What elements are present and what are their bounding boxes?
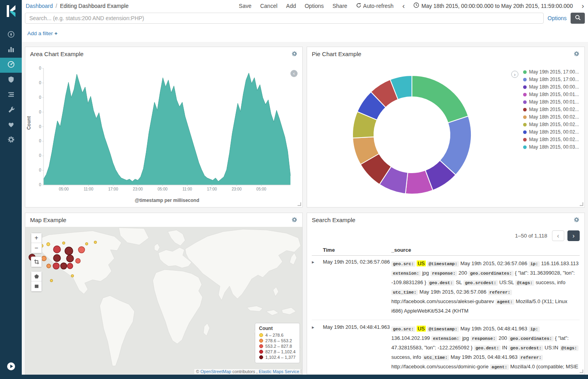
map-legend-title: Count — [259, 326, 296, 331]
openstreetmap-link[interactable]: OpenStreetMap — [201, 369, 231, 374]
kibana-logo[interactable] — [0, 0, 22, 22]
expand-caret-icon[interactable]: ▶ — [312, 324, 323, 374]
map-marker[interactable] — [94, 241, 97, 243]
map-marker[interactable] — [42, 256, 46, 261]
time-forward-button[interactable]: › — [582, 2, 584, 9]
save-button[interactable]: Save — [239, 3, 252, 9]
options-button[interactable]: Options — [305, 3, 324, 9]
play-circle-icon — [7, 362, 15, 372]
breadcrumb-dashboard-link[interactable]: Dashboard — [26, 3, 53, 9]
resize-handle[interactable] — [298, 202, 301, 206]
row-source: geo.src: US @timestamp: May 19th 2015, 0… — [391, 259, 580, 316]
field-name: geo.srcdest: — [508, 345, 543, 351]
resize-handle[interactable] — [580, 370, 583, 373]
sidebar-item-dev-tools[interactable] — [0, 103, 22, 118]
table-header: Time _source — [312, 247, 580, 256]
search-input[interactable] — [25, 13, 544, 24]
map-marker[interactable] — [71, 275, 74, 277]
legend-swatch — [523, 78, 527, 81]
pie-slice[interactable] — [412, 75, 468, 123]
gear-icon[interactable] — [573, 51, 580, 57]
map-marker[interactable] — [67, 263, 73, 269]
map-marker[interactable] — [53, 246, 61, 253]
sidebar-item-graph[interactable] — [0, 73, 22, 88]
field-name: ip: — [529, 261, 540, 267]
legend-item[interactable]: May 18th 2015, 00:02... — [523, 129, 584, 135]
map-marker[interactable] — [53, 263, 59, 269]
cancel-button[interactable]: Cancel — [260, 3, 277, 9]
map-marker[interactable] — [47, 264, 51, 268]
map-marker[interactable] — [78, 247, 85, 253]
map-marker[interactable] — [85, 243, 88, 245]
sidebar-item-monitoring[interactable] — [0, 118, 22, 133]
add-filter-link[interactable]: Add a filter+ — [27, 30, 57, 36]
field-value: May 19th 2015, 02:36:57.086 — [419, 289, 486, 295]
pie-chart-svg — [307, 61, 521, 207]
time-range-picker[interactable]: May 18th 2015, 00:00:00.000 to May 20th … — [413, 2, 573, 9]
sidebar-item-discover[interactable] — [0, 28, 22, 43]
panel-header: Map Example — [25, 213, 302, 226]
map-marker[interactable] — [66, 255, 74, 262]
add-button[interactable]: Add — [286, 3, 296, 9]
polygon-tool-icon[interactable] — [31, 272, 42, 281]
legend-item[interactable]: May 18th 2015, 00:02... — [523, 122, 584, 127]
map-marker[interactable] — [65, 247, 73, 255]
dashboard-icon — [7, 60, 15, 70]
plus-icon: + — [55, 30, 58, 36]
legend-item[interactable]: May 19th 2015, 17:00... — [523, 69, 584, 75]
legend-item[interactable]: May 18th 2015, 00:02... — [523, 107, 584, 112]
sidebar-item-management[interactable] — [0, 133, 22, 148]
gear-icon[interactable] — [291, 51, 298, 57]
zoom-in-button[interactable]: + — [31, 233, 42, 243]
crop-icon[interactable] — [31, 257, 42, 267]
legend-label: 1,102.4 – 1,377 — [266, 355, 296, 360]
field-name: geo.srcdest: — [463, 280, 498, 286]
elastic-maps-service-link[interactable]: Elastic Maps Service — [259, 369, 299, 374]
legend-item[interactable]: May 18th 2015, 00:00... — [523, 84, 584, 90]
shield-icon — [7, 75, 15, 85]
map-marker[interactable] — [50, 279, 53, 282]
time-back-button[interactable]: ‹ — [402, 2, 405, 9]
legend-swatch — [523, 70, 527, 74]
sidebar-item-timelion[interactable] — [0, 88, 22, 103]
map-marker[interactable] — [63, 242, 65, 244]
legend-toggle-button[interactable]: › — [511, 71, 518, 78]
collapse-sidebar-button[interactable] — [0, 362, 22, 372]
zoom-out-button[interactable]: − — [31, 243, 42, 253]
map-marker[interactable] — [61, 263, 67, 269]
svg-text:05:00: 05:00 — [256, 187, 266, 191]
field-value: http://facebook.com/success/aleksei-guba… — [391, 298, 494, 304]
svg-text:11:00: 11:00 — [182, 187, 192, 191]
legend-item[interactable]: May 18th 2015, 17:00... — [523, 77, 584, 82]
sidebar-item-dashboard[interactable] — [0, 58, 22, 73]
legend-label: 553.2 – 827.8 — [266, 344, 292, 349]
next-page-button[interactable]: › — [567, 230, 580, 241]
share-button[interactable]: Share — [332, 3, 347, 9]
gear-icon[interactable] — [291, 217, 298, 223]
auto-refresh-button[interactable]: Auto-refresh — [356, 3, 394, 9]
svg-text:0: 0 — [39, 124, 41, 129]
legend-item[interactable]: May 18th 2015, 00:01... — [523, 92, 584, 97]
map-marker[interactable] — [53, 255, 61, 262]
legend-toggle-button[interactable]: ‹ — [290, 70, 298, 77]
legend-item[interactable]: May 18th 2015, 00:03... — [523, 144, 584, 150]
x-axis-label: @timestamp per millisecond — [44, 198, 290, 203]
query-options-link[interactable]: Options — [548, 15, 567, 21]
map-marker[interactable] — [76, 258, 80, 263]
gear-icon[interactable] — [573, 217, 580, 223]
search-button[interactable] — [571, 13, 585, 24]
field-value: SL — [456, 279, 462, 285]
table-row: ▶May 19th 2015, 02:36:57.086geo.src: US … — [312, 255, 580, 320]
legend-item[interactable]: May 18th 2015, 00:02... — [523, 114, 584, 120]
sidebar-item-visualize[interactable] — [0, 43, 22, 58]
column-header-time[interactable]: Time — [323, 247, 391, 253]
panel-title: Map Example — [30, 217, 66, 223]
row-source: geo.src: US @timestamp: May 19th 2015, 0… — [391, 324, 580, 374]
legend-item[interactable]: May 18th 2015, 00:02... — [523, 137, 584, 142]
expand-caret-icon[interactable]: ▶ — [312, 259, 323, 316]
previous-page-button[interactable]: ‹ — [552, 230, 564, 241]
resize-handle[interactable] — [580, 202, 583, 206]
rectangle-tool-icon[interactable] — [31, 281, 42, 291]
legend-item[interactable]: May 18th 2015, 00:01... — [523, 99, 584, 105]
map-marker[interactable] — [47, 243, 50, 246]
